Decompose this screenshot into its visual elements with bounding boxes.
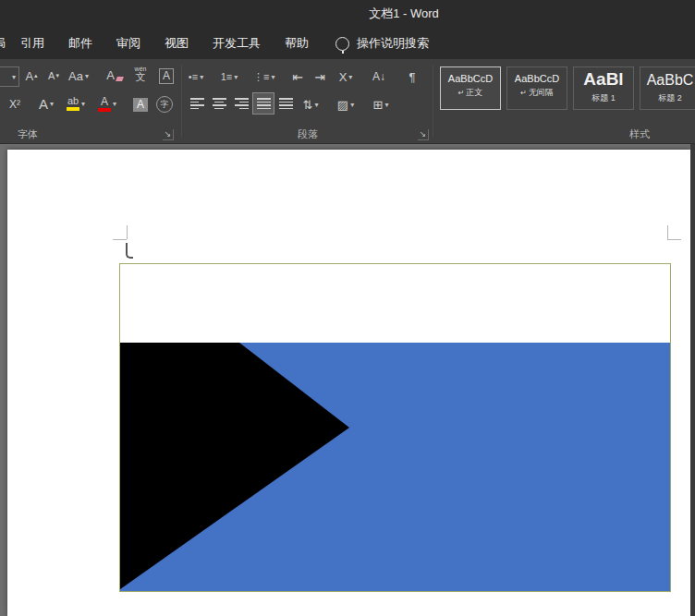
chevron-down-icon: ▾ [384, 101, 388, 109]
font-dialog-launcher-icon[interactable]: ↘ [163, 129, 174, 140]
style-name: 正文 [466, 88, 482, 97]
align-right-button[interactable] [231, 93, 251, 114]
chevron-down-icon: ▾ [85, 72, 89, 80]
margin-corner-mark [127, 225, 128, 239]
font-group-label: 字体 [7, 127, 48, 141]
line-spacing-button[interactable]: ⇅ ▾ [301, 93, 320, 115]
clear-formatting-button[interactable]: A [105, 64, 124, 86]
highlight-color-bar [67, 107, 79, 111]
text-effects-button[interactable]: A ▾ [37, 92, 55, 115]
style-heading1[interactable]: AaBl 标题 1 [573, 66, 634, 110]
superscript-button[interactable]: X² [6, 93, 24, 115]
sort-icon: A↓ [372, 70, 385, 83]
scrollbar-track[interactable] [690, 144, 695, 616]
bullets-icon: •≡ [189, 71, 198, 82]
margin-corner-mark [113, 239, 127, 240]
tab-references[interactable]: 引用 [8, 28, 56, 59]
paragraph-dialog-launcher-icon[interactable]: ↘ [418, 129, 429, 140]
style-name: 无间隔 [529, 88, 554, 97]
up-arrow-icon: ▴ [34, 72, 38, 79]
multilevel-list-button[interactable]: ⋮≡ ▾ [253, 66, 274, 88]
shading-button[interactable]: ▨ ▾ [336, 93, 355, 115]
chevron-down-icon: ▾ [271, 73, 274, 81]
style-label: 标题 2 [640, 92, 695, 104]
change-case-button[interactable]: Aa ▾ [68, 65, 89, 87]
tellme-search[interactable]: 操作说明搜索 [335, 35, 429, 52]
font-size-combo[interactable]: ▾ [0, 66, 19, 87]
sort-button[interactable]: A↓ [370, 66, 388, 88]
style-preview: AaBbCcD [507, 73, 567, 84]
character-shading-button[interactable]: A [131, 93, 150, 115]
styles-group: AaBbCcD ↵正文 AaBbCcD ↵无间隔 AaBl 标题 1 AaBbC [434, 59, 695, 143]
borders-button[interactable]: ⊞ ▾ [372, 93, 390, 115]
chevron-down-icon: ▾ [348, 73, 352, 81]
enclose-characters-icon: 字 [156, 96, 173, 113]
enclosed-char: 字 [161, 99, 169, 111]
align-left-icon [190, 98, 204, 109]
tab-developer[interactable]: 开发工具 [201, 28, 273, 59]
distribute-button[interactable] [275, 93, 296, 114]
bullets-button[interactable]: •≡ ▾ [187, 66, 205, 88]
chevron-down-icon: ▾ [81, 100, 85, 108]
superscript-icon: X² [9, 98, 20, 111]
style-name: 标题 1 [591, 93, 616, 103]
tab-view[interactable]: 视图 [152, 28, 201, 59]
style-label: 标题 1 [574, 92, 633, 104]
justify-icon [257, 98, 271, 109]
highlight-color-icon: ab [67, 96, 79, 111]
grow-font-icon: A [25, 69, 33, 83]
character-border-button[interactable]: A [157, 65, 176, 87]
chevron-down-icon: ▾ [200, 73, 203, 81]
tab-review[interactable]: 审阅 [104, 28, 152, 59]
character-shading-icon: A [133, 98, 148, 112]
asian-layout-icon: X [339, 70, 348, 84]
style-normal[interactable]: AaBbCcD ↵正文 [440, 66, 501, 110]
ribbon: ▾ A▴ A▾ Aa ▾ A wén 文 [0, 59, 695, 144]
align-center-icon [213, 98, 226, 109]
drawing-canvas[interactable] [119, 263, 671, 592]
borders-icon: ⊞ [373, 98, 384, 112]
align-left-button[interactable] [187, 93, 207, 114]
style-heading2[interactable]: AaBbC 标题 2 [640, 66, 695, 110]
styles-group-label: 样式 [612, 127, 667, 141]
flag-image[interactable] [120, 264, 670, 591]
chevron-down-icon: ▾ [50, 100, 54, 108]
multilevel-list-icon: ⋮≡ [253, 71, 269, 83]
grow-font-button[interactable]: A▴ [22, 65, 41, 87]
shrink-font-button[interactable]: A▾ [44, 65, 63, 87]
style-no-spacing[interactable]: AaBbCcD ↵无间隔 [506, 66, 567, 110]
asian-layout-button[interactable]: X ▾ [336, 66, 355, 88]
margin-corner-mark [667, 239, 681, 240]
paragraph-group-label: 段落 [185, 127, 431, 141]
show-marks-button[interactable]: ¶ [403, 66, 421, 88]
distribute-icon [279, 98, 293, 109]
tab-mailings[interactable]: 邮件 [56, 28, 104, 59]
shading-icon: ▨ [337, 98, 348, 112]
font-color-button[interactable]: A ▾ [98, 92, 116, 115]
page[interactable] [7, 150, 690, 616]
style-preview: AaBl [574, 69, 633, 90]
phonetic-char: 文 [136, 72, 146, 82]
increase-indent-button[interactable]: ⇥ [311, 66, 329, 88]
style-label: ↵无间隔 [507, 87, 567, 99]
down-arrow-icon: ▾ [55, 72, 59, 79]
chevron-down-icon: ▾ [234, 73, 238, 81]
clear-formatting-icon: A [106, 68, 115, 82]
numbering-button[interactable]: 1≡ ▾ [220, 66, 238, 88]
document-area[interactable] [0, 144, 695, 616]
align-right-icon [235, 98, 249, 109]
chevron-down-icon: ▾ [12, 73, 16, 81]
decrease-indent-button[interactable]: ⇤ [288, 66, 307, 88]
tab-layout-partial[interactable]: 局 [0, 28, 8, 59]
enclose-characters-button[interactable]: 字 [155, 93, 174, 115]
phonetic-guide-button[interactable]: wén 文 [131, 63, 150, 85]
ribbon-tab-row: 局 引用 邮件 审阅 视图 开发工具 帮助 操作说明搜索 [0, 28, 695, 59]
highlight-color-button[interactable]: ab ▾ [67, 92, 85, 115]
align-center-button[interactable] [209, 93, 229, 114]
justify-button[interactable] [253, 93, 274, 114]
tab-help[interactable]: 帮助 [273, 28, 321, 59]
chevron-down-icon: ▾ [350, 101, 354, 109]
window-title: 文档1 - Word [0, 0, 695, 28]
font-color-icon: A [98, 96, 111, 112]
paragraph-group: •≡ ▾ 1≡ ▾ ⋮≡ ▾ ⇤ ⇥ X ▾ A↓ [185, 59, 431, 143]
